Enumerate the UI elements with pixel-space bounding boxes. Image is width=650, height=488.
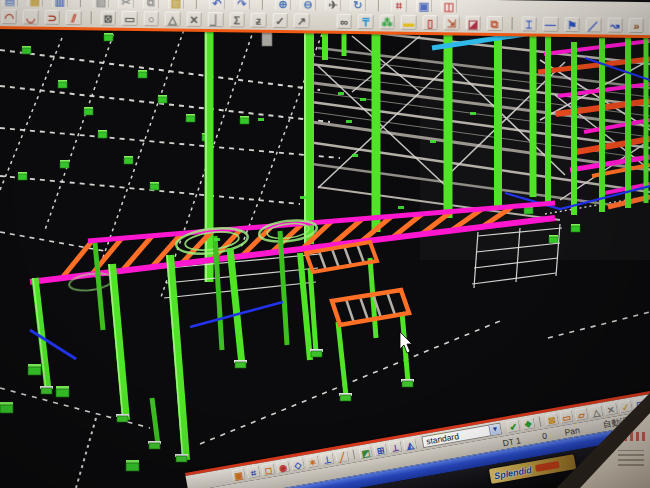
redo-icon[interactable]: ↷ xyxy=(234,0,250,11)
undo-icon[interactable]: ↶ xyxy=(209,0,225,10)
grid-icon[interactable]: ⌗ xyxy=(391,0,407,13)
toolbar-separator xyxy=(196,0,197,9)
twin-profile-icon[interactable]: » xyxy=(628,17,644,32)
print-icon[interactable]: ▨ xyxy=(93,0,109,9)
triangle-tool-icon[interactable]: △ xyxy=(165,11,181,26)
toolbar-separator xyxy=(539,417,542,427)
select-points-icon[interactable]: △ xyxy=(589,405,604,419)
capture-icon[interactable]: ◪ xyxy=(465,15,481,30)
paper-box-gray-print xyxy=(618,450,644,466)
rectangle-tool-icon[interactable]: ▭ xyxy=(122,10,138,25)
select-surfaces-icon[interactable]: ▱ xyxy=(574,407,589,421)
toolbar-separator xyxy=(352,449,355,459)
copy-icon[interactable]: ⧉ xyxy=(143,0,159,9)
filter-apply-icon[interactable]: ✔ xyxy=(506,419,521,433)
status-field: Pan xyxy=(564,424,581,436)
view-list-icon[interactable]: ▣ xyxy=(416,0,432,13)
polybeam-tool-icon[interactable]: ⚑ xyxy=(564,16,580,31)
fly-icon[interactable]: ✈ xyxy=(325,0,341,12)
snap-center-icon[interactable]: ◉ xyxy=(275,460,290,474)
beam-tool-icon[interactable]: — xyxy=(543,16,559,31)
properties-icon[interactable]: ◫ xyxy=(441,0,457,13)
save-model-icon[interactable]: ▥ xyxy=(52,0,68,8)
snap-free-icon[interactable]: ▣ xyxy=(231,468,246,482)
check-tool-icon[interactable]: ✓ xyxy=(272,12,288,27)
toolbar-separator xyxy=(90,11,91,24)
circle-tool-icon[interactable]: ○ xyxy=(143,11,159,26)
monitor-photo: 3 7 5 6 ▤▦▥▨✂⧉▧↶↷⊕⊖✈↻⌗▣◫ ◠◡⊃⫽⊠▭○△✕⏌Σƶ✓↗∞… xyxy=(0,0,650,488)
phase-icon[interactable]: ❖ xyxy=(521,417,536,431)
status-field: 0 xyxy=(541,430,547,441)
arrow-tool-icon[interactable]: ↗ xyxy=(294,13,310,28)
point-cloud-icon[interactable]: ⁂ xyxy=(379,14,395,29)
snap-ortho-icon[interactable]: ⟂ xyxy=(388,440,403,454)
snap-reference-icon[interactable]: ◭ xyxy=(403,437,418,451)
select-lines-icon[interactable]: ✕ xyxy=(603,402,618,416)
select-all-icon[interactable]: ⊠ xyxy=(544,412,559,426)
paste-icon[interactable]: ▧ xyxy=(168,0,184,10)
point-box-icon[interactable]: ⊠ xyxy=(100,10,116,25)
area-icon[interactable]: ▬ xyxy=(401,14,417,29)
snap-any-icon[interactable]: ⊞ xyxy=(373,443,388,457)
toolbar-separator xyxy=(511,17,512,30)
snap-end-icon[interactable]: ◻ xyxy=(261,462,276,476)
clip-plane-icon[interactable]: ▯ xyxy=(422,14,438,29)
select-welds-icon[interactable]: ✓ xyxy=(618,399,633,413)
cut-part-icon[interactable]: ⫽ xyxy=(66,10,82,25)
snap-mid-icon[interactable]: ◇ xyxy=(290,457,305,471)
splendid-sticker-text: Splendid xyxy=(493,464,532,480)
snap-grid-icon[interactable]: ⌗ xyxy=(246,465,261,479)
toolbar-separator xyxy=(262,0,263,10)
rotate-view-icon[interactable]: ↻ xyxy=(350,0,366,12)
dup-view-icon[interactable]: ⧉ xyxy=(487,15,503,30)
sticker-red-mark xyxy=(535,461,560,472)
toolbar-separator xyxy=(378,0,379,11)
chevron-down-icon[interactable]: ▼ xyxy=(488,424,501,436)
sigma-tool-icon[interactable]: Σ xyxy=(229,12,245,27)
toolbar-separator xyxy=(80,0,81,7)
z-section-icon[interactable]: ƶ xyxy=(251,12,267,27)
level-icon[interactable]: ₸ xyxy=(358,14,374,29)
perpendicular-tool-icon[interactable]: ⏌ xyxy=(208,11,224,26)
snap-line-icon[interactable]: ╱ xyxy=(335,449,350,463)
weld-icon[interactable]: ◠ xyxy=(2,9,18,24)
select-parts-icon[interactable]: ▭ xyxy=(559,410,574,424)
snap-nearest-icon[interactable]: ◩ xyxy=(358,445,373,459)
snap-intersection-icon[interactable]: ✶ xyxy=(305,455,320,469)
polygon-weld-icon[interactable]: ⊃ xyxy=(45,9,61,24)
column-tool-icon[interactable]: ⌶ xyxy=(521,16,537,31)
diagonal-beam-icon[interactable]: ／ xyxy=(586,17,602,32)
find-icon[interactable]: ∞ xyxy=(336,13,352,28)
cut-icon[interactable]: ✂ xyxy=(118,0,134,9)
cross-tool-icon[interactable]: ✕ xyxy=(186,11,202,26)
zoom-out-icon[interactable]: ⊖ xyxy=(300,0,316,11)
weld-prep-icon[interactable]: ◡ xyxy=(23,9,39,24)
zoom-in-icon[interactable]: ⊕ xyxy=(275,0,291,11)
curved-beam-icon[interactable]: ↝ xyxy=(607,17,623,32)
snap-perpendicular-icon[interactable]: ⊥ xyxy=(320,452,335,466)
ruler-icon[interactable]: ⇲ xyxy=(444,15,460,30)
